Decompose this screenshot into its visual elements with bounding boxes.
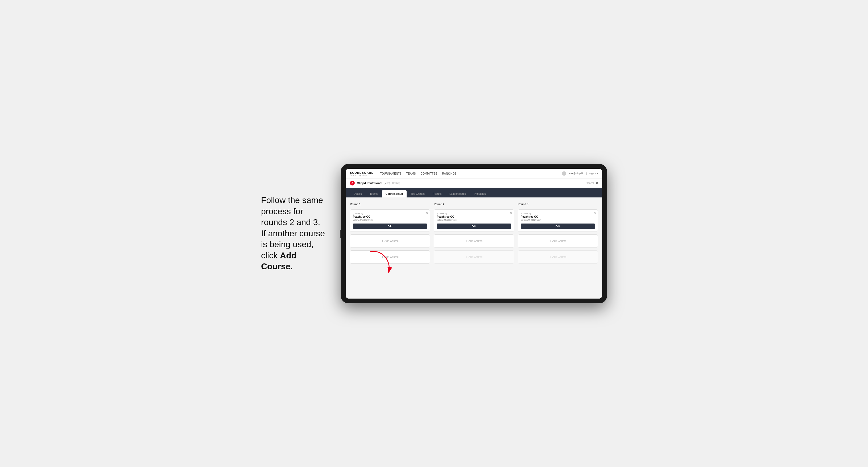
round-3-add-course-2: + Add Course (518, 250, 598, 264)
content-area: Round 1 (Course A) Peachtree GC Yellow (… (346, 197, 602, 299)
brand: SCOREBOARD Powered by clippd (350, 171, 374, 176)
nav-link-tournaments[interactable]: TOURNAMENTS (380, 172, 401, 175)
user-email: blair@clippd.io (568, 172, 584, 175)
round-1-add-label-1: Add Course (384, 240, 399, 242)
instruction-line5: is being used, (261, 240, 313, 249)
instruction-line6: click (261, 251, 280, 260)
tablet-side-button (340, 230, 341, 238)
nav-link-rankings[interactable]: RANKINGS (442, 172, 457, 175)
brand-title: SCOREBOARD (350, 171, 374, 174)
tournament-logo-text: C (351, 182, 353, 184)
round-1-label: Round 1 (350, 203, 430, 206)
round-3-course-card-wrapper: (Course A) Peachtree GC Yellow (M) (6629… (518, 210, 598, 232)
tablet-screen: SCOREBOARD Powered by clippd TOURNAMENTS… (346, 169, 602, 299)
round-1-add-label-2: Add Course (384, 255, 399, 258)
tab-results[interactable]: Results (429, 190, 445, 197)
tab-teams[interactable]: Teams (366, 190, 381, 197)
round-3-add-course-1[interactable]: + Add Course (518, 235, 598, 248)
round-1-edit-button[interactable]: Edit (353, 223, 427, 229)
round-3-add-icon-1: + (549, 239, 551, 243)
round-2-add-label-1: Add Course (468, 240, 483, 242)
round-1-add-icon-1: + (381, 239, 383, 243)
cancel-x: ✕ (596, 182, 598, 185)
round-2-add-label-2: Add Course (468, 255, 483, 258)
round-3-edit-button[interactable]: Edit (521, 223, 595, 229)
tablet-shell: SCOREBOARD Powered by clippd TOURNAMENTS… (341, 164, 607, 303)
user-avatar (562, 172, 566, 176)
cancel-label: Cancel (586, 182, 594, 185)
nav-links: TOURNAMENTS TEAMS COMMITTEE RANKINGS (380, 172, 562, 175)
round-2-course-name: Peachtree GC (437, 215, 511, 218)
round-3-course-detail: Yellow (M) (6629 yds) (521, 219, 595, 221)
instruction-line4: If another course (261, 228, 325, 238)
round-1-add-icon-2: + (381, 255, 383, 259)
round-3-course-tag: (Course A) (521, 212, 595, 215)
round-3-column: Round 3 (Course A) Peachtree GC Yellow (… (518, 203, 598, 264)
round-1-delete-button[interactable]: ⊙ (426, 212, 428, 215)
round-1-course-tag: (Course A) (353, 212, 427, 215)
round-2-add-course-2: + Add Course (434, 250, 514, 264)
round-3-course-card: (Course A) Peachtree GC Yellow (M) (6629… (518, 210, 598, 232)
tournament-logo: C (350, 181, 355, 185)
sub-header: C Clippd Invitational (Men) Hosting Canc… (346, 179, 602, 188)
nav-link-teams[interactable]: TEAMS (406, 172, 416, 175)
round-1-course-card: (Course A) Peachtree GC Yellow (M) (6629… (350, 210, 430, 232)
round-1-course-name: Peachtree GC (353, 215, 427, 218)
instruction-line3: rounds 2 and 3. (261, 217, 320, 227)
round-3-label: Round 3 (518, 203, 598, 206)
round-2-edit-button[interactable]: Edit (437, 223, 511, 229)
rounds-grid: Round 1 (Course A) Peachtree GC Yellow (… (350, 203, 598, 264)
round-1-course-detail: Yellow (M) (6629 yds) (353, 219, 427, 221)
gender-badge: (Men) (384, 182, 390, 184)
round-3-delete-button[interactable]: ⊙ (594, 212, 596, 215)
round-3-course-name: Peachtree GC (521, 215, 595, 218)
top-nav: SCOREBOARD Powered by clippd TOURNAMENTS… (346, 169, 602, 179)
brand-sub: Powered by clippd (350, 174, 374, 176)
instruction-panel: Follow the same process for rounds 2 and… (261, 195, 330, 272)
tab-tee-groups[interactable]: Tee Groups (407, 190, 428, 197)
round-3-add-icon-2: + (549, 255, 551, 259)
round-1-course-card-wrapper: (Course A) Peachtree GC Yellow (M) (6629… (350, 210, 430, 232)
round-2-column: Round 2 (Course A) Peachtree GC Yellow (… (434, 203, 514, 264)
tab-leaderboards[interactable]: Leaderboards (446, 190, 470, 197)
nav-link-committee[interactable]: COMMITTEE (421, 172, 437, 175)
round-2-course-card-wrapper: (Course A) Peachtree GC Yellow (M) (6629… (434, 210, 514, 232)
tab-course-setup[interactable]: Course Setup (382, 190, 407, 197)
tab-printables[interactable]: Printables (470, 190, 489, 197)
tab-details[interactable]: Details (350, 190, 366, 197)
hosting-badge: Hosting (392, 182, 400, 184)
sign-out-link[interactable]: Sign out (589, 172, 598, 175)
nav-separator: | (586, 172, 587, 175)
instruction-line2: process for (261, 207, 303, 216)
round-1-add-course-1[interactable]: + Add Course (350, 235, 430, 248)
instruction-line1: Follow the same (261, 195, 323, 205)
outer-wrapper: Follow the same process for rounds 2 and… (261, 164, 607, 303)
round-2-add-course-1[interactable]: + Add Course (434, 235, 514, 248)
round-2-course-tag: (Course A) (437, 212, 511, 215)
round-2-label: Round 2 (434, 203, 514, 206)
round-1-add-course-2[interactable]: + Add Course (350, 250, 430, 264)
round-1-column: Round 1 (Course A) Peachtree GC Yellow (… (350, 203, 430, 264)
round-3-add-label-1: Add Course (552, 240, 566, 242)
round-2-course-detail: Yellow (M) (6629 yds) (437, 219, 511, 221)
tournament-name: Clippd Invitational (357, 182, 382, 185)
cancel-button[interactable]: Cancel ✕ (586, 182, 598, 185)
tab-bar: Details Teams Course Setup Tee Groups Re… (346, 188, 602, 197)
round-2-add-icon-2: + (465, 255, 468, 259)
round-3-add-label-2: Add Course (552, 255, 566, 258)
round-2-course-card: (Course A) Peachtree GC Yellow (M) (6629… (434, 210, 514, 232)
nav-right: blair@clippd.io | Sign out (562, 172, 598, 176)
round-2-add-icon-1: + (465, 239, 468, 243)
round-2-delete-button[interactable]: ⊙ (510, 212, 512, 215)
